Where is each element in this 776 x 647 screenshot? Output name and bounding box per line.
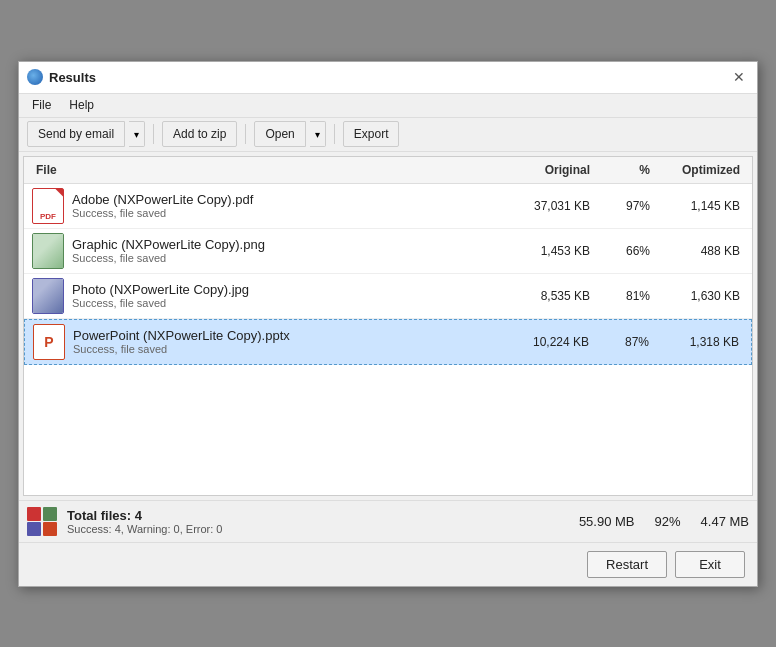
jpg-file-icon [32,278,64,314]
total-optimized: 4.47 MB [701,514,749,529]
col-original: Original [504,161,594,179]
app-icon [27,69,43,85]
menu-bar: File Help [19,94,757,118]
mini-pptx-icon [43,522,57,536]
pdf-filename: Adobe (NXPowerLite Copy).pdf [72,192,253,207]
open-button[interactable]: Open [254,121,305,147]
png-icon-shape [32,233,64,269]
bottom-buttons: Restart Exit [19,542,757,586]
png-status: Success, file saved [72,252,265,264]
pptx-optimized: 1,318 KB [653,335,743,349]
pptx-icon-shape: P [33,324,65,360]
png-original: 1,453 KB [504,244,594,258]
col-percent: % [594,161,654,179]
col-file: File [32,161,504,179]
total-info: Total files: 4 Success: 4, Warning: 0, E… [67,508,569,535]
png-thumb [33,234,63,268]
mini-pdf-icon [27,507,41,521]
pdf-optimized: 1,145 KB [654,199,744,213]
pdf-icon-shape [32,188,64,224]
jpg-icon-shape [32,278,64,314]
pdf-file-icon [32,188,64,224]
window-title: Results [49,70,96,85]
table-spacer [24,430,752,495]
file-info-png: Graphic (NXPowerLite Copy).png Success, … [72,237,265,264]
table-header: File Original % Optimized [24,157,752,184]
pptx-original: 10,224 KB [503,335,593,349]
jpg-optimized: 1,630 KB [654,289,744,303]
pdf-percent: 97% [594,199,654,213]
total-status-label: Success: 4, Warning: 0, Error: 0 [67,523,569,535]
pdf-corner [55,189,63,197]
pptx-letter: P [44,334,53,350]
open-dropdown[interactable]: ▾ [310,121,326,147]
main-window: Results ✕ File Help Send by email ▾ Add … [18,61,758,587]
pdf-status: Success, file saved [72,207,253,219]
menu-file[interactable]: File [23,95,60,115]
file-info-pdf: Adobe (NXPowerLite Copy).pdf Success, fi… [72,192,253,219]
table-row[interactable]: Graphic (NXPowerLite Copy).png Success, … [24,229,752,274]
jpg-original: 8,535 KB [504,289,594,303]
table-body: Adobe (NXPowerLite Copy).pdf Success, fi… [24,184,752,430]
file-info-pptx: PowerPoint (NXPowerLite Copy).pptx Succe… [73,328,290,355]
toolbar-separator-2 [245,124,246,144]
total-icons-row1 [27,507,57,521]
png-file-icon [32,233,64,269]
file-info-jpg: Photo (NXPowerLite Copy).jpg Success, fi… [72,282,249,309]
restart-button[interactable]: Restart [587,551,667,578]
toolbar-separator-1 [153,124,154,144]
menu-help[interactable]: Help [60,95,103,115]
png-filename: Graphic (NXPowerLite Copy).png [72,237,265,252]
pptx-file-icon: P [33,324,65,360]
file-cell-png: Graphic (NXPowerLite Copy).png Success, … [32,233,504,269]
close-button[interactable]: ✕ [729,67,749,87]
total-files-label: Total files: 4 [67,508,569,523]
export-button[interactable]: Export [343,121,400,147]
title-bar: Results ✕ [19,62,757,94]
send-email-button[interactable]: Send by email [27,121,125,147]
exit-button[interactable]: Exit [675,551,745,578]
title-bar-left: Results [27,69,96,85]
file-cell-jpg: Photo (NXPowerLite Copy).jpg Success, fi… [32,278,504,314]
file-cell-pdf: Adobe (NXPowerLite Copy).pdf Success, fi… [32,188,504,224]
table-row[interactable]: Adobe (NXPowerLite Copy).pdf Success, fi… [24,184,752,229]
mini-jpg-icon [27,522,41,536]
add-to-zip-button[interactable]: Add to zip [162,121,237,147]
pptx-filename: PowerPoint (NXPowerLite Copy).pptx [73,328,290,343]
col-optimized: Optimized [654,161,744,179]
toolbar: Send by email ▾ Add to zip Open ▾ Export [19,118,757,152]
results-table: File Original % Optimized Adobe (NXPower… [23,156,753,496]
png-optimized: 488 KB [654,244,744,258]
footer-bar: Total files: 4 Success: 4, Warning: 0, E… [19,500,757,542]
pptx-percent: 87% [593,335,653,349]
file-cell-pptx: P PowerPoint (NXPowerLite Copy).pptx Suc… [33,324,503,360]
toolbar-separator-3 [334,124,335,144]
mini-png-icon [43,507,57,521]
jpg-filename: Photo (NXPowerLite Copy).jpg [72,282,249,297]
jpg-percent: 81% [594,289,654,303]
jpg-thumb [33,279,63,313]
total-percent: 92% [655,514,681,529]
table-row[interactable]: P PowerPoint (NXPowerLite Copy).pptx Suc… [24,319,752,365]
total-icons-row2 [27,522,57,536]
pdf-original: 37,031 KB [504,199,594,213]
table-row[interactable]: Photo (NXPowerLite Copy).jpg Success, fi… [24,274,752,319]
png-percent: 66% [594,244,654,258]
send-email-dropdown[interactable]: ▾ [129,121,145,147]
total-stats: 55.90 MB 92% 4.47 MB [579,514,749,529]
pptx-status: Success, file saved [73,343,290,355]
total-original: 55.90 MB [579,514,635,529]
jpg-status: Success, file saved [72,297,249,309]
total-icons [27,507,57,536]
